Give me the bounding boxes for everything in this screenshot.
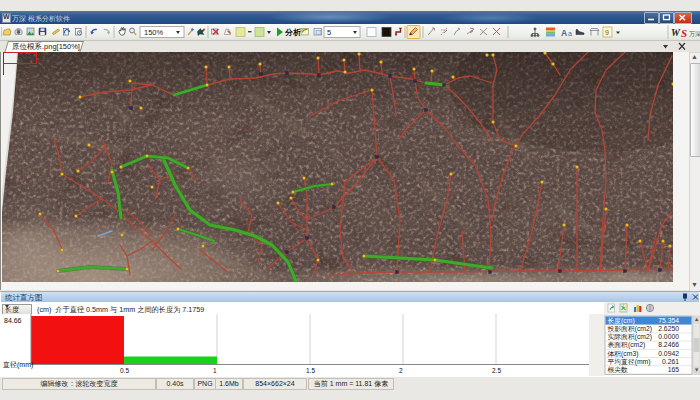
svg-text:W: W bbox=[671, 27, 681, 38]
svg-text:S: S bbox=[681, 27, 687, 39]
svg-text:根尖数: 根尖数 bbox=[608, 366, 629, 373]
svg-text:2.6250: 2.6250 bbox=[658, 325, 679, 332]
svg-text:实际面积(cm2): 实际面积(cm2) bbox=[608, 333, 653, 341]
svg-text:0.0000: 0.0000 bbox=[658, 333, 679, 340]
svg-text:表面积(cm2): 表面积(cm2) bbox=[608, 341, 646, 349]
svg-text:分析: 分析 bbox=[284, 28, 302, 37]
svg-text:165: 165 bbox=[668, 366, 680, 373]
svg-text:84.66: 84.66 bbox=[4, 317, 22, 324]
svg-text:长度(cm): 长度(cm) bbox=[608, 317, 635, 325]
svg-text:1: 1 bbox=[213, 367, 217, 374]
svg-text:150%: 150% bbox=[144, 28, 164, 37]
svg-text:2: 2 bbox=[399, 367, 403, 374]
svg-text:平均直径(mm): 平均直径(mm) bbox=[608, 358, 651, 366]
svg-text:0.5: 0.5 bbox=[120, 367, 129, 374]
svg-text:a: a bbox=[568, 30, 572, 37]
svg-text:9: 9 bbox=[605, 29, 609, 36]
svg-text:0.0942: 0.0942 bbox=[658, 350, 679, 357]
svg-text:A: A bbox=[561, 28, 567, 38]
svg-text:0.261: 0.261 bbox=[662, 358, 679, 365]
svg-text:75.354: 75.354 bbox=[658, 317, 679, 324]
svg-text:投影面积(cm2): 投影面积(cm2) bbox=[607, 325, 653, 333]
svg-text:万深: 万深 bbox=[689, 31, 700, 37]
svg-text:5: 5 bbox=[327, 28, 331, 37]
svg-text:体积(cm3): 体积(cm3) bbox=[608, 350, 639, 358]
svg-text:2.5: 2.5 bbox=[492, 367, 501, 374]
svg-text:直径(mm): 直径(mm) bbox=[3, 361, 33, 369]
svg-text:8.2466: 8.2466 bbox=[658, 341, 679, 348]
svg-text:1.5: 1.5 bbox=[306, 367, 315, 374]
